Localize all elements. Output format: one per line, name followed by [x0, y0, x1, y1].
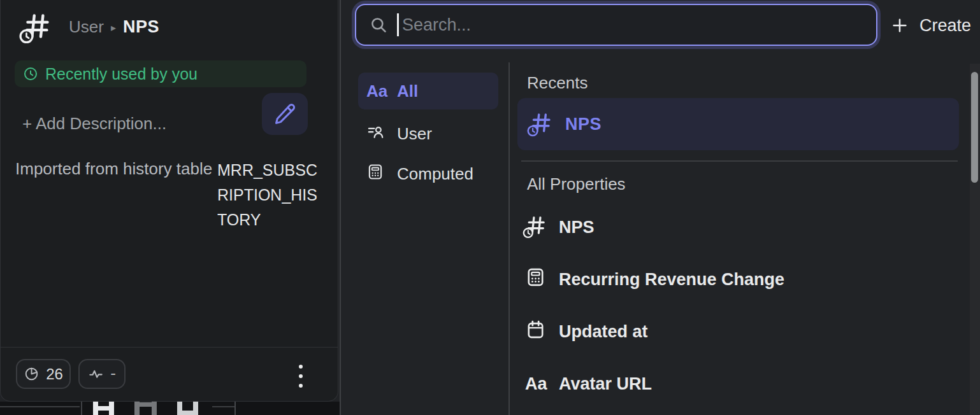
recently-used-label: Recently used by you [45, 65, 198, 83]
tab-user[interactable]: User [358, 115, 498, 152]
divider [521, 160, 958, 162]
all-properties-header: All Properties [527, 174, 626, 194]
tab-label: User [397, 124, 432, 144]
trend-badge[interactable]: - [78, 359, 126, 389]
search-bar [355, 4, 877, 46]
more-options-button[interactable] [299, 365, 303, 388]
property-item-nps[interactable]: NPS [525, 213, 594, 241]
usage-count: 26 [46, 365, 63, 383]
activity-icon [88, 366, 104, 382]
property-item-label: Recurring Revenue Change [559, 270, 784, 290]
divider [508, 62, 510, 415]
column-icon [93, 402, 114, 415]
tab-label: Computed [397, 164, 473, 184]
clock-icon [23, 66, 38, 81]
divider [212, 406, 234, 407]
breadcrumb-separator-icon: ▸ [111, 20, 116, 34]
search-input[interactable] [401, 15, 876, 36]
property-item-avatar-url[interactable]: Aa Avatar URL [525, 370, 652, 398]
usage-count-badge[interactable]: 26 [16, 359, 71, 389]
trend-value: - [110, 363, 116, 385]
divider [81, 402, 82, 415]
background-table-strip [0, 402, 340, 415]
recent-item-label: NPS [565, 115, 602, 134]
imported-from-value: MRR_SUBSCRIPTION_HISTORY [217, 158, 321, 232]
number-history-icon [530, 111, 552, 137]
breadcrumb: User ▸ NPS [69, 17, 159, 37]
divider [340, 0, 341, 415]
create-button-label: Create [919, 16, 971, 36]
property-details-panel: User ▸ NPS Recently used by you + Add De… [0, 0, 338, 402]
number-history-icon [525, 215, 546, 241]
calculator-icon [366, 163, 384, 185]
column-icon [134, 402, 157, 415]
search-icon [370, 16, 387, 34]
property-item-updated-at[interactable]: Updated at [525, 318, 648, 346]
property-item-label: Updated at [559, 322, 648, 342]
property-search-overlay: User ▸ NPS Recently used by you + Add De… [0, 0, 980, 415]
divider [234, 402, 236, 415]
tab-computed[interactable]: Computed [358, 155, 498, 192]
text-type-icon: Aa [366, 81, 384, 101]
divider [1, 347, 338, 348]
recents-header: Recents [527, 73, 587, 93]
calculator-icon [525, 267, 546, 292]
calendar-icon [525, 319, 546, 344]
scrollbar-track[interactable] [970, 64, 980, 415]
user-properties-icon [366, 123, 384, 145]
add-description-button[interactable]: + Add Description... [22, 114, 166, 134]
property-item-recurring-revenue-change[interactable]: Recurring Revenue Change [525, 265, 784, 293]
number-history-icon [22, 11, 52, 41]
scrollbar-thumb[interactable] [971, 72, 978, 183]
text-type-icon: Aa [525, 374, 546, 394]
recent-item-nps[interactable]: NPS [517, 98, 959, 150]
text-cursor [397, 13, 399, 36]
pie-chart-icon [24, 366, 40, 382]
imported-from-label: Imported from history table [15, 159, 212, 179]
tab-all[interactable]: Aa All [358, 73, 498, 109]
property-item-label: NPS [559, 218, 594, 237]
pencil-icon [273, 102, 296, 125]
recently-used-badge: Recently used by you [15, 60, 306, 87]
property-item-label: Avatar URL [559, 374, 652, 394]
plus-icon [891, 17, 909, 34]
create-button[interactable]: Create [891, 11, 971, 39]
tab-label: All [397, 81, 418, 101]
breadcrumb-parent[interactable]: User [69, 17, 104, 37]
divider [0, 406, 80, 407]
column-icon [177, 402, 198, 415]
edit-button[interactable] [262, 93, 308, 135]
breadcrumb-current: NPS [123, 17, 159, 37]
